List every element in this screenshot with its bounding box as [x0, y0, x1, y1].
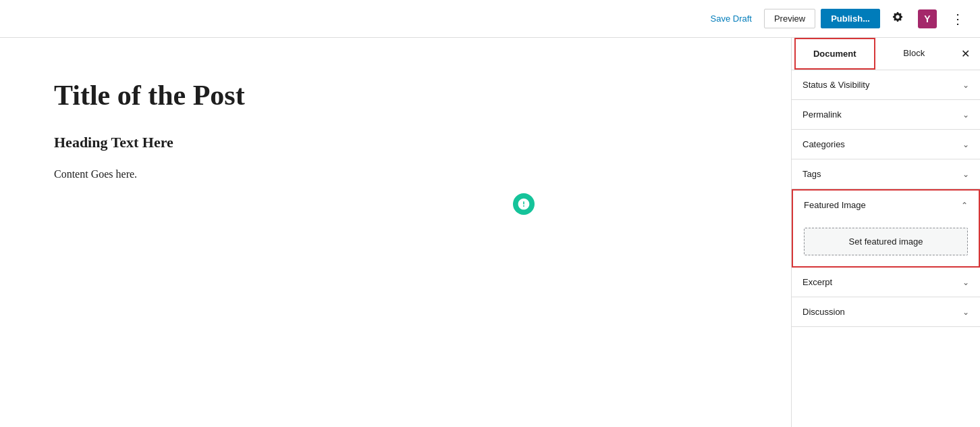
featured-image-header[interactable]: Featured Image ⌃ [793, 191, 979, 220]
chevron-down-icon: ⌄ [962, 140, 969, 149]
chevron-up-icon: ⌃ [961, 201, 968, 210]
sidebar-section-permalink: Permalink ⌄ [792, 100, 980, 130]
categories-label: Categories [802, 139, 845, 149]
excerpt-label: Excerpt [802, 277, 832, 287]
featured-image-label: Featured Image [804, 200, 866, 210]
tab-block[interactable]: Block [875, 39, 954, 69]
chevron-down-icon: ⌄ [962, 307, 969, 317]
sidebar: Document Block ✕ Status & Visibility ⌄ P… [791, 38, 980, 427]
sidebar-section-featured-image: Featured Image ⌃ Set featured image [792, 189, 980, 268]
set-featured-image-button[interactable]: Set featured image [804, 228, 968, 255]
permalink-label: Permalink [802, 109, 842, 120]
chevron-down-icon: ⌄ [962, 80, 969, 90]
tags-header[interactable]: Tags ⌄ [792, 159, 980, 189]
preview-button[interactable]: Preview [764, 9, 815, 28]
excerpt-header[interactable]: Excerpt ⌄ [792, 268, 980, 297]
sidebar-section-categories: Categories ⌄ [792, 130, 980, 159]
publish-button[interactable]: Publish... [821, 9, 880, 28]
chevron-down-icon: ⌄ [962, 278, 969, 287]
more-options-icon: ⋮ [951, 11, 964, 27]
gear-icon-svg [892, 11, 904, 23]
close-icon: ✕ [961, 47, 970, 60]
sidebar-close-button[interactable]: ✕ [953, 42, 977, 66]
post-title[interactable]: Title of the Post [54, 78, 737, 112]
gear-icon [892, 11, 904, 26]
sidebar-section-status-visibility: Status & Visibility ⌄ [792, 70, 980, 100]
categories-header[interactable]: Categories ⌄ [792, 130, 980, 159]
grammarly-icon [517, 197, 530, 211]
discussion-label: Discussion [802, 307, 845, 317]
tab-document[interactable]: Document [794, 38, 875, 70]
grammarly-button[interactable] [513, 193, 535, 215]
sidebar-section-tags: Tags ⌄ [792, 159, 980, 189]
top-bar: Save Draft Preview Publish... Y ⋮ [0, 0, 980, 38]
editor-area: Title of the Post Heading Text Here Cont… [0, 38, 791, 427]
save-draft-button[interactable]: Save Draft [704, 9, 759, 28]
chevron-down-icon: ⌄ [962, 110, 969, 120]
chevron-down-icon: ⌄ [962, 170, 969, 179]
more-options-button[interactable]: ⋮ [945, 7, 969, 31]
main-layout: Title of the Post Heading Text Here Cont… [0, 38, 980, 427]
tags-label: Tags [802, 169, 821, 179]
sidebar-tabs: Document Block ✕ [792, 38, 980, 70]
featured-image-body: Set featured image [793, 220, 979, 266]
status-visibility-header[interactable]: Status & Visibility ⌄ [792, 70, 980, 99]
sidebar-section-discussion: Discussion ⌄ [792, 297, 980, 327]
status-visibility-label: Status & Visibility [802, 80, 869, 90]
yoast-icon: Y [918, 9, 937, 28]
post-content[interactable]: Content Goes here. [54, 165, 737, 184]
permalink-header[interactable]: Permalink ⌄ [792, 100, 980, 129]
post-heading[interactable]: Heading Text Here [54, 134, 737, 151]
sidebar-section-excerpt: Excerpt ⌄ [792, 268, 980, 297]
discussion-header[interactable]: Discussion ⌄ [792, 297, 980, 326]
settings-button[interactable] [886, 7, 910, 31]
yoast-button[interactable]: Y [915, 7, 940, 31]
